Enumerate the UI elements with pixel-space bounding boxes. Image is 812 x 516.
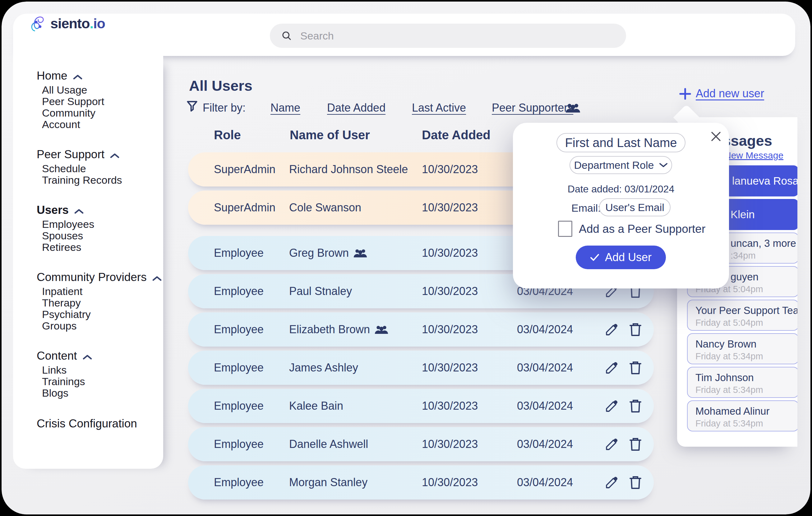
sidebar-item-employees[interactable]: Employees xyxy=(42,218,162,230)
page-title: All Users xyxy=(189,77,253,94)
email-label: Email: xyxy=(571,202,601,214)
sidebar-item-training-records[interactable]: Training Records xyxy=(42,174,162,185)
search-placeholder: Search xyxy=(300,30,334,42)
sidebar-item-spouses[interactable]: Spouses xyxy=(42,230,162,241)
table-row[interactable]: Employee Elizabeth Brown 10/30/2023 03/0… xyxy=(188,312,654,347)
filter-name[interactable]: Name xyxy=(270,101,300,114)
sidebar-item-groups[interactable]: Groups xyxy=(42,320,162,332)
sidebar-item-account[interactable]: Account xyxy=(42,118,162,130)
column-header-name: Name of User xyxy=(290,128,370,142)
chevron-down-icon xyxy=(659,163,668,168)
new-message-link[interactable]: New Message xyxy=(724,150,783,161)
sidebar-item-crisis-configuration[interactable]: Crisis Configuration xyxy=(37,415,162,432)
department-role-select[interactable]: Department Role xyxy=(570,156,672,174)
table-row[interactable]: Employee James Ashley 10/30/2023 03/04/2… xyxy=(188,351,654,385)
filter-icon xyxy=(186,100,198,113)
date-added-text: Date added: 03/01/2024 xyxy=(513,183,729,195)
edit-icon[interactable] xyxy=(604,360,619,375)
peer-supporter-icon xyxy=(374,324,388,336)
sidebar-item-all-usage[interactable]: All Usage xyxy=(42,84,162,95)
peer-supporter-checkbox-label: Add as a Peer Supporter xyxy=(579,223,705,236)
close-icon[interactable] xyxy=(710,131,722,142)
sidebar-section-community-providers[interactable]: Community Providers xyxy=(37,269,162,285)
sidebar-item-inpatient[interactable]: Inpatient xyxy=(42,285,162,297)
message-thread[interactable]: Mohamed AlinurFriday at 5:34pm xyxy=(687,400,798,431)
chevron-up-icon xyxy=(74,204,84,217)
sidebar-item-psychiatry[interactable]: Psychiatry xyxy=(42,308,162,320)
sidebar-section-peer-support[interactable]: Peer Support xyxy=(37,146,162,163)
chevron-up-icon xyxy=(110,148,119,161)
search-icon xyxy=(281,30,292,41)
edit-icon[interactable] xyxy=(604,322,619,337)
column-header-date-added: Date Added xyxy=(422,128,491,142)
logo-squiggle-icon xyxy=(30,14,48,33)
sidebar-item-peer-support[interactable]: Peer Support xyxy=(42,95,162,107)
chevron-up-icon xyxy=(83,349,92,363)
message-thread[interactable]: Nancy BrownFriday at 5:34pm xyxy=(687,333,798,364)
sidebar-nav: Home All Usage Peer Support Community Ac… xyxy=(37,68,162,432)
edit-icon[interactable] xyxy=(604,398,619,414)
name-input[interactable]: First and Last Name xyxy=(556,133,686,152)
search-input[interactable]: Search xyxy=(270,24,626,48)
edit-icon[interactable] xyxy=(604,475,619,490)
chevron-up-icon xyxy=(73,69,82,82)
chevron-up-icon xyxy=(152,271,162,284)
delete-icon[interactable] xyxy=(628,398,643,414)
peer-supporters-icon xyxy=(565,103,581,114)
delete-icon[interactable] xyxy=(628,322,643,337)
delete-icon[interactable] xyxy=(628,475,643,490)
sidebar-section-content[interactable]: Content xyxy=(37,348,162,364)
filter-date-added[interactable]: Date Added xyxy=(327,101,385,114)
sidebar-section-users[interactable]: Users xyxy=(37,202,162,218)
table-row[interactable]: Employee Kalee Bain 10/30/2023 03/04/202… xyxy=(188,389,654,423)
peer-supporter-icon xyxy=(353,248,368,259)
sidebar-item-blogs[interactable]: Blogs xyxy=(42,387,162,399)
edit-icon[interactable] xyxy=(604,436,619,452)
delete-icon[interactable] xyxy=(628,360,643,375)
add-user-plus-icon[interactable] xyxy=(679,88,691,100)
email-input[interactable]: User's Email xyxy=(599,198,671,216)
peer-supporter-checkbox[interactable] xyxy=(558,221,572,237)
filter-peer-supporters[interactable]: Peer Supporters xyxy=(492,101,573,114)
sidebar-item-community[interactable]: Community xyxy=(42,107,162,118)
check-icon xyxy=(590,254,599,261)
sidebar-section-home[interactable]: Home xyxy=(37,68,162,84)
column-header-role: Role xyxy=(214,128,241,142)
table-row[interactable]: Employee Morgan Stanley 10/30/2023 03/04… xyxy=(188,465,654,499)
filter-by-label: Filter by: xyxy=(203,101,245,114)
message-thread[interactable]: Your Peer Support TeamFriday at 5:04pm xyxy=(687,300,798,331)
table-row[interactable]: Employee Danelle Ashwell 10/30/2023 03/0… xyxy=(188,427,654,461)
filter-last-active[interactable]: Last Active xyxy=(412,101,466,114)
add-user-button[interactable]: Add User xyxy=(576,246,666,269)
logo: siento.io xyxy=(30,12,105,35)
sidebar-item-links[interactable]: Links xyxy=(42,364,162,375)
sidebar-item-schedule[interactable]: Schedule xyxy=(42,163,162,174)
logo-text: siento.io xyxy=(50,16,105,32)
sidebar-item-therapy[interactable]: Therapy xyxy=(42,297,162,308)
sidebar-item-retirees[interactable]: Retirees xyxy=(42,241,162,253)
message-thread[interactable]: Tim JohnsonFriday at 5:34pm xyxy=(687,367,798,398)
add-new-user-link[interactable]: Add new user xyxy=(696,87,764,100)
delete-icon[interactable] xyxy=(628,436,643,452)
sidebar-item-trainings[interactable]: Trainings xyxy=(42,375,162,387)
